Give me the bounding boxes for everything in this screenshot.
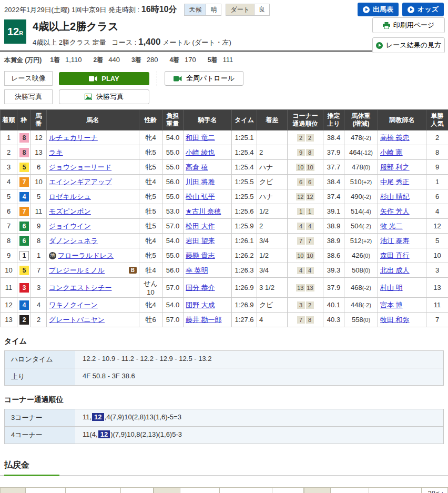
trainer-link[interactable]: 牧 光二 xyxy=(380,222,403,230)
side-buttons: 印刷用ページ レース結果の見方 xyxy=(372,17,445,53)
payout-row: 単勝 12 370円 2番人気 xyxy=(1,488,154,493)
corner-positions: 44 xyxy=(288,219,323,234)
trainer-link[interactable]: 服部 利之 xyxy=(380,163,410,171)
sex-age: 牝5 xyxy=(139,189,162,204)
horse-name-link[interactable]: ルチェカリーナ xyxy=(49,133,98,143)
result-row: 13 2 2 グレートバニヤン 牡6 57.0 藤井 勘一郎 1:27.6 xyxy=(1,313,448,327)
odds-button[interactable]: オッズ xyxy=(402,3,444,16)
results-body: 1 8 12 ルチェカリーナ 牝4 54.0 和田 竜二 1:25.1 xyxy=(1,130,448,327)
patrol-video-button[interactable]: 全周パトロール xyxy=(165,71,243,86)
sex-age: 牡5 xyxy=(139,204,162,219)
trainer-link[interactable]: 村山 明 xyxy=(380,284,403,291)
last-3f-time: 39.1 xyxy=(323,204,344,219)
jockey-link[interactable]: ★古川 奈穂 xyxy=(186,207,221,215)
horse-weight: 448(-2) xyxy=(344,298,378,313)
shutsubahyo-button[interactable]: 出馬表 xyxy=(358,3,399,16)
race-number-badge: 12R xyxy=(4,19,26,44)
horse-name-link[interactable]: コンクエストシチー xyxy=(49,283,111,293)
prize-item: 4着 170 xyxy=(169,56,196,65)
finish-time: 1:26.9 xyxy=(232,298,257,313)
sex-age: 牡4 xyxy=(139,263,162,278)
jockey-link[interactable]: 和田 竜二 xyxy=(186,134,215,142)
result-guide-button[interactable]: レース結果の見方 xyxy=(372,37,445,53)
local-horse-mark: 地 xyxy=(49,252,56,259)
race-number: 12 xyxy=(7,26,19,38)
carried-weight: 56.0 xyxy=(162,175,184,189)
prize-label: 本賞金 (万円) xyxy=(4,56,42,65)
weather-badge: 天候 晴 xyxy=(184,4,221,16)
column-header: 枠 xyxy=(17,110,31,130)
trainer-link[interactable]: 牧田 和弥 xyxy=(380,316,410,324)
horse-name-link[interactable]: ラキ xyxy=(49,148,63,157)
win-favorite-rank: 13 xyxy=(426,278,448,298)
weather-label: 天候 xyxy=(185,4,206,15)
trainer-link[interactable]: 中尾 秀正 xyxy=(380,178,410,186)
result-guide-label: レース結果の見方 xyxy=(386,41,441,50)
bet-type-label: 枠連 xyxy=(154,488,180,493)
bracket-number: 6 xyxy=(19,222,29,231)
horse-name-link[interactable]: ロゼキルシュ xyxy=(49,192,91,202)
horse-name-link[interactable]: プレジールミノル xyxy=(49,266,105,275)
results-header: 着順枠馬 番馬名性齢負担 重量騎手名タイム着差コーナー 通過順位推定 上り馬体重… xyxy=(1,110,448,130)
trainer-link[interactable]: 森田 直行 xyxy=(380,251,410,259)
carried-weight: 55.0 xyxy=(162,160,184,175)
trainer-link[interactable]: 矢作 芳人 xyxy=(380,207,410,215)
horse-name-link[interactable]: ジョイウイン xyxy=(49,222,91,231)
play-button[interactable]: PLAY xyxy=(59,72,149,85)
trainer-link[interactable]: 宮本 博 xyxy=(380,301,403,309)
trainer-link[interactable]: 杉山 晴紀 xyxy=(380,193,410,200)
corner-positions: 78 xyxy=(288,313,323,327)
horse-name-link[interactable]: ワキノクイーン xyxy=(49,300,98,310)
print-page-button[interactable]: 印刷用ページ xyxy=(372,17,445,33)
jockey-link[interactable]: 藤懸 貴志 xyxy=(186,251,215,259)
horse-name-link[interactable]: グレートバニヤン xyxy=(49,315,105,325)
trainer-link[interactable]: 高橋 義忠 xyxy=(380,134,410,142)
jockey-link[interactable]: 高倉 稜 xyxy=(186,163,208,171)
jockey-link[interactable]: 岩田 望来 xyxy=(186,237,215,245)
last-3f-time: 39.3 xyxy=(323,263,344,278)
jockey-link[interactable]: 幸 英明 xyxy=(186,266,208,274)
payout-favorite: 28番人気 xyxy=(422,488,448,493)
horse-weight: 512(+2) xyxy=(344,234,378,248)
margin: 1/2 xyxy=(257,248,288,263)
jockey-link[interactable]: 川田 将雅 xyxy=(186,178,215,186)
column-header: 調教師名 xyxy=(378,110,426,130)
finish-photo-button[interactable]: 決勝写真 xyxy=(59,89,149,104)
horse-name-link[interactable]: モズピンポン xyxy=(49,207,91,216)
trainer-link[interactable]: 小崎 憲 xyxy=(380,148,403,156)
horse-name-link[interactable]: フローラルドレス xyxy=(58,251,114,260)
corner-table: 3コーナー 11,12,4(7,9)10(2,8)13(1,6)-5=3 4コー… xyxy=(4,409,444,444)
bracket-number: 2 xyxy=(19,315,29,325)
trainer-link[interactable]: 池江 泰寿 xyxy=(380,237,410,245)
horse-name-link[interactable]: ダノンシュネラ xyxy=(49,236,98,246)
video-camera-icon xyxy=(174,76,182,82)
horse-weight: 464(-12) xyxy=(344,145,378,160)
jockey-link[interactable]: 松田 大作 xyxy=(186,222,215,230)
time-row: 上り 4F 50.8 - 3F 38.6 xyxy=(5,368,443,385)
finish-time: 1:25.5 xyxy=(232,189,257,204)
trainer-link[interactable]: 北出 成人 xyxy=(380,266,410,274)
jockey-link[interactable]: 藤井 勘一郎 xyxy=(186,316,222,324)
corner-3-position: 2 xyxy=(297,134,305,142)
horse-name-link[interactable]: エイシンギアアップ xyxy=(49,177,112,187)
corner-4-position: 8 xyxy=(306,149,314,156)
sex-age: せん10 xyxy=(139,278,162,298)
win-favorite-rank: 9 xyxy=(426,160,448,175)
horse-number: 4 xyxy=(31,298,47,313)
finish-position: 9 xyxy=(1,248,17,263)
race-results-table: 着順枠馬 番馬名性齢負担 重量騎手名タイム着差コーナー 通過順位推定 上り馬体重… xyxy=(0,109,448,327)
prize-item: 1着 1,110 xyxy=(50,56,82,65)
top-bar: 2022年1月29日(土曜) 1回中京9日 発走時刻 : 16時10分 天候 晴… xyxy=(0,0,448,18)
jockey-link[interactable]: 小崎 綾也 xyxy=(186,148,215,156)
jockey-link[interactable]: 松山 弘平 xyxy=(186,193,215,200)
jockey-link[interactable]: 国分 恭介 xyxy=(186,284,215,291)
payout-table-middle: 枠連 8-8 11,580円 19番人気 ワイド 12-13 3,330円 30… xyxy=(154,487,304,493)
finish-position: 7 xyxy=(1,219,17,234)
jockey-link[interactable]: 団野 大成 xyxy=(186,301,215,309)
horse-weight: 478(-2) xyxy=(344,130,378,145)
column-header: 馬名 xyxy=(47,110,139,130)
last-3f-time: 37.7 xyxy=(323,160,344,175)
prize-item: 3着 280 xyxy=(131,56,158,65)
corner-3-position: 13 xyxy=(296,284,304,291)
horse-name-link[interactable]: ジョウショーリード xyxy=(49,163,111,172)
